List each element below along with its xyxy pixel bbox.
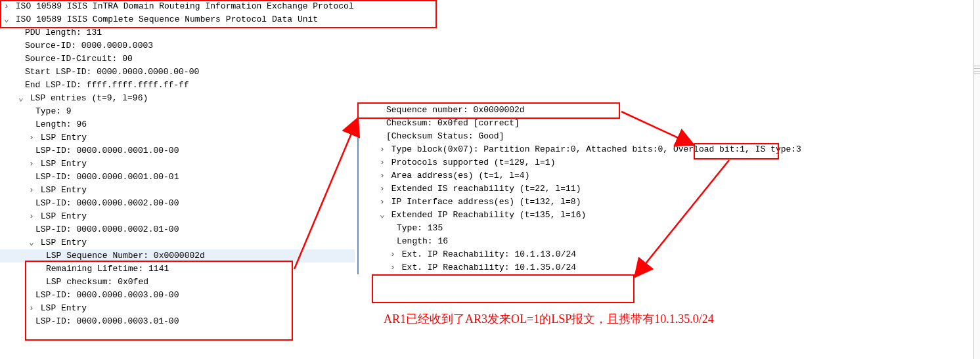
tree-row-proto-intra[interactable]: ISO 10589 ISIS InTRA Domain Routeing Inf… — [0, 0, 355, 13]
chevron-right-icon[interactable] — [28, 131, 35, 144]
tree-row-lsp-entries[interactable]: LSP entries (t=9, l=96) — [0, 92, 355, 105]
field-lspid-6[interactable]: LSP-ID: 0000.0000.0003.01-00 — [0, 315, 355, 328]
chevron-down-icon[interactable] — [378, 209, 386, 222]
chevron-right-icon[interactable] — [28, 158, 35, 171]
tree-row-ip-if-addr[interactable]: IP Interface address(es) (t=132, l=8) — [361, 196, 778, 209]
tree-row-protocols[interactable]: Protocols supported (t=129, l=1) — [361, 156, 778, 169]
field-lsp-checksum[interactable]: LSP checksum: 0x0fed — [0, 276, 355, 289]
chevron-right-icon[interactable] — [378, 169, 386, 182]
tree-row-lsp-entry-1[interactable]: LSP Entry — [0, 131, 355, 144]
label-proto-intra: ISO 10589 ISIS InTRA Domain Routeing Inf… — [16, 1, 354, 11]
chevron-right-icon[interactable] — [28, 184, 35, 197]
chevron-right-icon[interactable] — [378, 143, 386, 156]
tree-row-ext-ip-reach[interactable]: Extended IP Reachability (t=135, l=16) — [361, 209, 778, 222]
field-end-lsp-id[interactable]: End LSP-ID: ffff.ffff.ffff.ff-ff — [0, 79, 355, 92]
chevron-down-icon[interactable] — [28, 236, 35, 249]
label-proto-csnp: ISO 10589 ISIS Complete Sequence Numbers… — [16, 14, 318, 24]
field-lsp-seqnum[interactable]: LSP Sequence Number: 0x0000002d — [0, 249, 355, 263]
field-extip-type[interactable]: Type: 135 — [361, 222, 778, 235]
field-lspid-2[interactable]: LSP-ID: 0000.0000.0001.00-01 — [0, 171, 355, 184]
field-start-lsp-id[interactable]: Start LSP-ID: 0000.0000.0000.00-00 — [0, 66, 355, 79]
packet-detail-right: Sequence number: 0x0000002d Checksum: 0x… — [357, 104, 778, 274]
tree-row-lsp-entry-6[interactable]: LSP Entry — [0, 302, 355, 315]
field-entries-length[interactable]: Length: 96 — [0, 118, 355, 131]
chevron-right-icon[interactable] — [378, 182, 386, 196]
field-lspid-3[interactable]: LSP-ID: 0000.0000.0002.00-00 — [0, 197, 355, 210]
tree-row-ext-is[interactable]: Extended IS reachability (t=22, l=11) — [361, 182, 778, 196]
field-entries-type[interactable]: Type: 9 — [0, 105, 355, 118]
field-pdu-length[interactable]: PDU length: 131 — [0, 26, 355, 39]
chevron-right-icon[interactable] — [389, 248, 397, 261]
field-seq-number[interactable]: Sequence number: 0x0000002d — [361, 104, 778, 117]
field-lspid-5[interactable]: LSP-ID: 0000.0000.0003.00-00 — [0, 289, 355, 302]
tree-row-reach-2[interactable]: Ext. IP Reachability: 10.1.35.0/24 — [361, 261, 778, 274]
packet-detail-left: ISO 10589 ISIS InTRA Domain Routeing Inf… — [0, 0, 355, 328]
chevron-right-icon[interactable] — [28, 302, 35, 315]
tree-row-typeblock[interactable]: Type block(0x07): Partition Repair:0, At… — [361, 143, 778, 156]
highlight-ip-reach — [372, 274, 635, 303]
label-lsp-entries: LSP entries (t=9, l=96) — [30, 93, 148, 103]
tree-row-area-addr[interactable]: Area address(es) (t=1, l=4) — [361, 169, 778, 182]
right-margin — [973, 0, 980, 359]
field-extip-length[interactable]: Length: 16 — [361, 235, 778, 248]
field-lspid-4[interactable]: LSP-ID: 0000.0000.0002.01-00 — [0, 223, 355, 236]
chevron-down-icon[interactable] — [17, 92, 25, 105]
tree-row-lsp-entry-4[interactable]: LSP Entry — [0, 210, 355, 223]
chevron-down-icon[interactable] — [3, 13, 11, 26]
annotation-text: AR1已经收到了AR3发来OL=1的LSP报文，且携带有10.1.35.0/24 — [384, 312, 714, 326]
tree-row-reach-1[interactable]: Ext. IP Reachability: 10.1.13.0/24 — [361, 248, 778, 261]
field-checksum[interactable]: Checksum: 0x0fed [correct] — [361, 117, 778, 130]
tree-row-lsp-entry-open[interactable]: LSP Entry — [0, 236, 355, 249]
field-lspid-1[interactable]: LSP-ID: 0000.0000.0001.00-00 — [0, 144, 355, 158]
grip-icon[interactable] — [974, 66, 980, 105]
tree-row-lsp-entry-3[interactable]: LSP Entry — [0, 184, 355, 197]
tree-row-proto-csnp[interactable]: ISO 10589 ISIS Complete Sequence Numbers… — [0, 13, 355, 26]
chevron-right-icon[interactable] — [378, 196, 386, 209]
chevron-right-icon[interactable] — [3, 0, 11, 13]
chevron-right-icon[interactable] — [28, 210, 35, 223]
field-checksum-status[interactable]: [Checksum Status: Good] — [361, 130, 778, 143]
chevron-right-icon[interactable] — [389, 261, 397, 274]
chevron-right-icon[interactable] — [378, 156, 386, 169]
field-source-id-circuit[interactable]: Source-ID-Circuit: 00 — [0, 53, 355, 66]
tree-row-lsp-entry-2[interactable]: LSP Entry — [0, 158, 355, 171]
field-remaining-lifetime[interactable]: Remaining Lifetime: 1141 — [0, 263, 355, 276]
field-source-id[interactable]: Source-ID: 0000.0000.0003 — [0, 39, 355, 53]
